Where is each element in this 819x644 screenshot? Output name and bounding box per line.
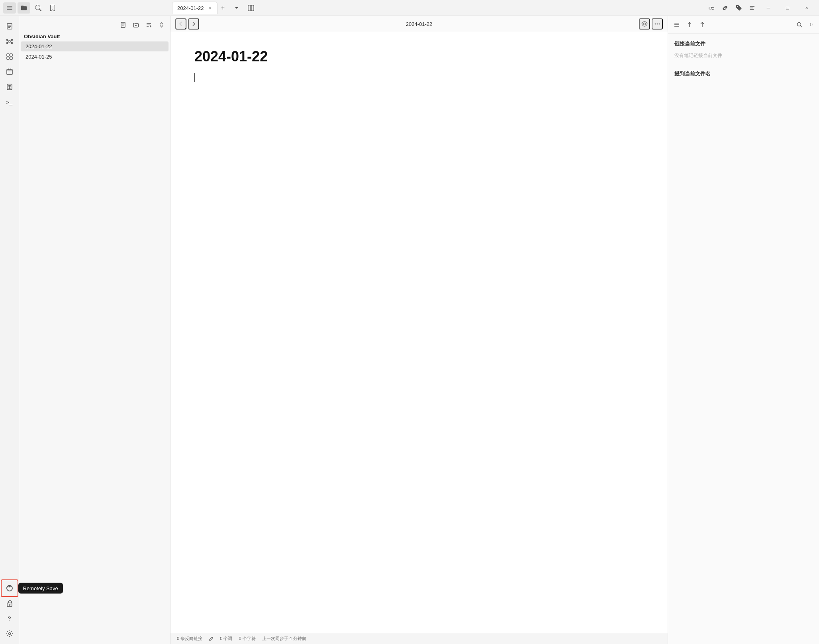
svg-line-15 xyxy=(10,40,12,41)
canvas-button[interactable] xyxy=(2,49,17,64)
backlink-icon-button[interactable] xyxy=(719,2,731,14)
link-icon-button[interactable] xyxy=(705,2,718,14)
svg-point-53 xyxy=(797,23,801,26)
terminal-button[interactable]: >_ xyxy=(2,95,17,109)
svg-point-33 xyxy=(8,633,10,635)
svg-rect-4 xyxy=(251,5,254,11)
folder-button[interactable] xyxy=(18,2,30,14)
panel-search-button[interactable] xyxy=(794,19,805,30)
right-panel-toolbar: 0 xyxy=(668,16,819,34)
vault-title: Obsidian Vault xyxy=(19,32,170,41)
words-count: 0 个词 xyxy=(220,636,232,642)
svg-line-17 xyxy=(10,42,12,43)
settings-button[interactable] xyxy=(2,626,17,641)
new-note-sidebar-button[interactable] xyxy=(118,19,129,30)
sidebar-toggle-button[interactable] xyxy=(3,2,16,14)
calendar-button[interactable] xyxy=(2,65,17,79)
svg-rect-0 xyxy=(7,6,12,7)
editor-toolbar: 2024-01-22 xyxy=(170,16,668,32)
tab-label: 2024-01-22 xyxy=(177,5,204,11)
tab-bar: 2024-01-22 ✕ + xyxy=(172,2,703,14)
remotely-save-button[interactable] xyxy=(2,581,17,595)
svg-line-16 xyxy=(8,42,9,43)
svg-point-10 xyxy=(6,39,8,41)
svg-point-13 xyxy=(11,43,12,44)
svg-point-46 xyxy=(657,24,658,25)
file-item-2024-01-25[interactable]: 2024-01-25 xyxy=(21,52,169,62)
file-list: 2024-01-22 2024-01-25 xyxy=(19,41,170,644)
title-bar-left xyxy=(3,2,170,14)
sort-sidebar-button[interactable] xyxy=(143,19,154,30)
vault-button[interactable] xyxy=(2,596,17,611)
svg-point-44 xyxy=(644,23,646,25)
svg-rect-22 xyxy=(7,69,12,75)
sync-time: 上一次同步于 4 分钟前 xyxy=(262,636,306,642)
file-item-label: 2024-01-22 xyxy=(25,43,52,49)
chars-status: 0 个字符 xyxy=(239,636,255,642)
file-item-2024-01-22[interactable]: 2024-01-22 xyxy=(21,41,169,51)
tab-close-button[interactable]: ✕ xyxy=(207,5,212,12)
search-button[interactable] xyxy=(32,2,45,14)
links-empty-text: 没有笔记链接当前文件 xyxy=(674,51,813,61)
tab-dropdown-button[interactable] xyxy=(230,2,243,14)
window-controls: ─ □ × xyxy=(705,2,816,14)
svg-line-14 xyxy=(8,40,9,41)
editor-title: 2024-01-22 xyxy=(201,21,637,27)
panel-count: 0 xyxy=(807,22,816,27)
svg-line-54 xyxy=(801,26,802,27)
cursor-area xyxy=(194,73,644,82)
add-tab-button[interactable]: + xyxy=(217,2,229,14)
panel-list-button[interactable] xyxy=(671,19,682,30)
words-status: 0 个词 xyxy=(220,636,232,642)
mentions-section-title: 提到当前文件名 xyxy=(668,70,819,77)
new-folder-sidebar-button[interactable] xyxy=(130,19,141,30)
close-button[interactable]: × xyxy=(797,2,816,14)
links-section-title: 链接当前文件 xyxy=(674,40,813,47)
svg-rect-18 xyxy=(7,54,9,56)
svg-point-11 xyxy=(11,39,12,41)
panel-sort-button[interactable] xyxy=(684,19,695,30)
chars-count: 0 个字符 xyxy=(239,636,255,642)
bookmark-button[interactable] xyxy=(46,2,59,14)
svg-point-32 xyxy=(9,604,10,605)
minimize-button[interactable]: ─ xyxy=(759,2,778,14)
more-options-button[interactable] xyxy=(652,18,663,29)
svg-rect-31 xyxy=(7,603,12,607)
svg-point-12 xyxy=(6,43,8,44)
sync-status: 上一次同步于 4 分钟前 xyxy=(262,636,306,642)
editor-content[interactable]: 2024-01-22 xyxy=(170,32,668,633)
nav-forward-button[interactable] xyxy=(188,18,199,29)
sidebar-header xyxy=(19,16,170,32)
collapse-sidebar-button[interactable] xyxy=(156,19,167,30)
title-bar: 2024-01-22 ✕ + xyxy=(0,0,819,16)
text-cursor xyxy=(194,73,195,82)
read-mode-button[interactable] xyxy=(639,18,650,29)
svg-rect-3 xyxy=(248,5,251,11)
editor-area: 2024-01-22 2024-01-22 xyxy=(170,16,668,644)
backlinks-status: 0 条反向链接 xyxy=(177,636,202,642)
panel-collapse-button[interactable] xyxy=(697,19,708,30)
nav-back-button[interactable] xyxy=(175,18,186,29)
tags-icon-button[interactable] xyxy=(732,2,745,14)
svg-rect-20 xyxy=(7,57,9,59)
svg-point-9 xyxy=(9,41,10,42)
svg-rect-2 xyxy=(7,9,12,10)
split-view-button[interactable] xyxy=(245,2,257,14)
help-button[interactable]: ? xyxy=(2,611,17,626)
app-body: >_ Remotely Save ? xyxy=(0,16,819,644)
graph-button[interactable] xyxy=(2,34,17,49)
backlinks-count: 0 条反向链接 xyxy=(177,636,202,642)
activity-bar: >_ Remotely Save ? xyxy=(0,16,19,644)
right-panel: 0 链接当前文件 没有笔记链接当前文件 提到当前文件名 xyxy=(668,16,819,644)
document-title: 2024-01-22 xyxy=(194,48,644,65)
new-note-button[interactable] xyxy=(2,19,17,33)
edit-icon-status xyxy=(209,636,214,641)
svg-rect-21 xyxy=(10,57,12,59)
outline-icon-button[interactable] xyxy=(746,2,758,14)
maximize-button[interactable]: □ xyxy=(778,2,797,14)
svg-rect-1 xyxy=(7,8,12,8)
templates-button[interactable] xyxy=(2,80,17,94)
svg-rect-19 xyxy=(10,54,12,56)
svg-point-45 xyxy=(655,24,656,25)
tab-2024-01-22[interactable]: 2024-01-22 ✕ xyxy=(172,2,217,14)
